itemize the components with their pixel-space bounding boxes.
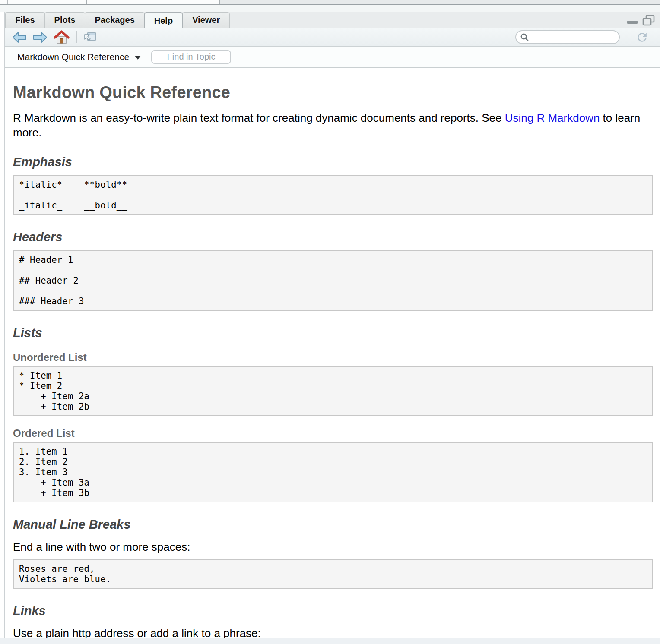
section-heading-emphasis: Emphasis [13,155,653,169]
subheading-unordered-list: Unordered List [13,351,653,363]
find-in-topic-input[interactable] [151,50,231,64]
code-sample-line-breaks: Roses are red, Violets are blue. [13,559,653,589]
tab-help[interactable]: Help [144,12,183,28]
help-topic-navrow: Markdown Quick Reference [5,47,660,68]
tab-files[interactable]: Files [5,12,45,28]
section-heading-manual-line-breaks: Manual Line Breaks [13,518,653,532]
search-icon [520,32,530,44]
intro-text-before: R Markdown is an easy-to-write plain tex… [13,111,505,124]
section-heading-lists: Lists [13,326,653,340]
refresh-icon [635,31,649,44]
window-bottom-edge [0,638,660,644]
refresh-button[interactable] [635,31,649,44]
window-background-gap [0,5,660,12]
code-sample-ordered-list: 1. Item 1 2. Item 2 3. Item 3 + Item 3a … [13,442,653,502]
upper-tab-segment [140,0,220,4]
code-sample-unordered-list: * Item 1 * Item 2 + Item 2a + Item 2b [13,366,653,416]
tab-packages[interactable]: Packages [85,12,144,28]
intro-paragraph: R Markdown is an easy-to-write plain tex… [13,110,649,140]
code-sample-emphasis: *italic* **bold** _italic_ __bold__ [13,175,653,215]
maximize-pane-icon[interactable] [642,15,655,26]
help-search-input[interactable] [515,30,620,44]
home-button[interactable] [54,30,70,44]
section-lists: Lists Unordered List * Item 1 * Item 2 +… [13,326,653,502]
upper-tab-segment [8,0,87,4]
topic-dropdown[interactable]: Markdown Quick Reference [17,52,141,62]
help-toolbar [5,28,660,47]
home-icon [54,30,70,44]
code-sample-headers: # Header 1 ## Header 2 ### Header 3 [13,250,653,311]
help-pane: Files Plots Packages Help Viewer [4,12,660,638]
upper-tabbar-empty [220,0,660,4]
upper-tab-segment [87,0,140,4]
upper-pane-bottom-edge [0,0,660,5]
upper-tab-segment [0,0,8,4]
back-button[interactable] [12,32,27,43]
forward-button[interactable] [33,32,48,43]
back-arrow-icon [12,32,27,43]
section-heading-links: Links [13,604,653,618]
help-content: Markdown Quick Reference R Markdown is a… [5,68,660,638]
toolbar-separator [628,31,628,43]
minimize-pane-icon[interactable] [627,16,638,25]
topic-dropdown-label: Markdown Quick Reference [17,52,129,62]
page-title: Markdown Quick Reference [13,83,653,102]
tab-viewer[interactable]: Viewer [182,12,230,28]
section-links: Links Use a plain http address or add a … [13,604,653,638]
pane-tabbar: Files Plots Packages Help Viewer [5,12,660,28]
forward-arrow-icon [33,32,48,43]
links-lead: Use a plain http address or add a link t… [13,627,653,638]
section-headers: Headers # Header 1 ## Header 2 ### Heade… [13,230,653,311]
manual-line-breaks-lead: End a line with two or more spaces: [13,540,653,554]
chevron-down-icon [135,56,141,60]
show-in-new-window-button[interactable] [83,32,97,43]
section-emphasis: Emphasis *italic* **bold** _italic_ __bo… [13,155,653,215]
subheading-ordered-list: Ordered List [13,427,653,439]
section-heading-headers: Headers [13,230,653,244]
toolbar-separator [76,31,77,43]
section-manual-line-breaks: Manual Line Breaks End a line with two o… [13,518,653,589]
using-r-markdown-link[interactable]: Using R Markdown [505,111,600,124]
tab-plots[interactable]: Plots [44,12,86,28]
open-in-new-window-icon [83,32,97,43]
